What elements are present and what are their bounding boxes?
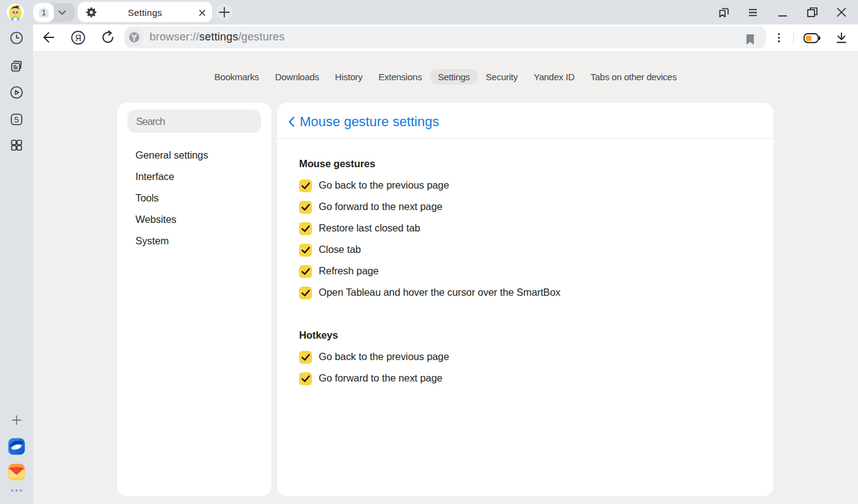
- svg-text:Я: Я: [75, 33, 81, 43]
- svg-text:5: 5: [14, 115, 19, 124]
- svg-text:1: 1: [42, 9, 46, 17]
